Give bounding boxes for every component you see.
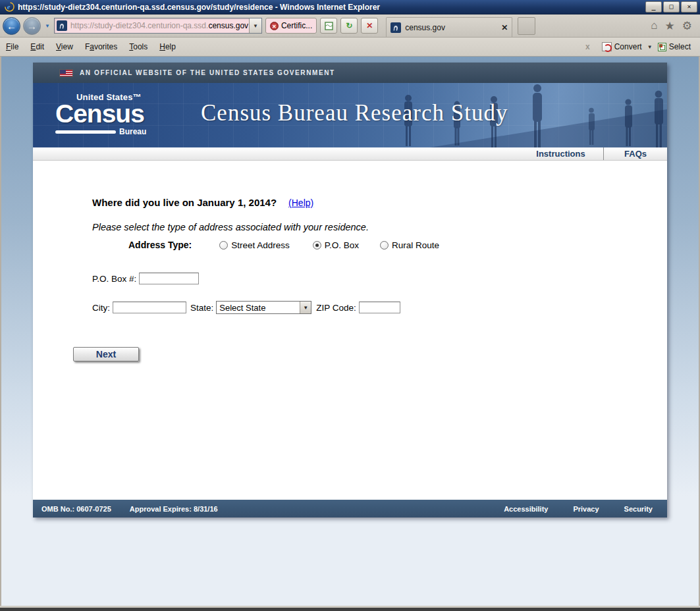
- new-tab-button[interactable]: [518, 17, 535, 35]
- next-button[interactable]: Next: [73, 347, 139, 361]
- street-address-label[interactable]: Street Address: [231, 240, 290, 250]
- menu-view[interactable]: View: [50, 40, 79, 54]
- omb-number: OMB No.: 0607-0725: [41, 505, 111, 513]
- window-bottom-frame: [0, 606, 700, 611]
- logo-underline-bar: [55, 130, 116, 134]
- question-text: Where did you live on January 1, 2014?: [92, 197, 277, 208]
- certificate-shield-icon: ✕: [270, 22, 279, 30]
- recent-pages-dropdown-icon[interactable]: ▼: [45, 23, 50, 29]
- favorites-star-icon[interactable]: ★: [665, 19, 675, 33]
- stop-button[interactable]: ✕: [361, 18, 378, 34]
- state-select[interactable]: Select State ▼: [216, 301, 311, 314]
- settings-gear-icon[interactable]: ⚙: [682, 19, 692, 33]
- logo-bureau: Bureau: [119, 127, 146, 136]
- browser-navbar: ← → ▼ https://study-dietz304.centurion-q…: [0, 14, 700, 38]
- menu-bar: File Edit View Favorites Tools Help x Co…: [0, 38, 700, 57]
- po-box-field-row: P.O. Box #:: [92, 273, 199, 284]
- convert-icon: [602, 42, 612, 51]
- refresh-button[interactable]: ↻: [340, 18, 358, 34]
- accessibility-link[interactable]: Accessibility: [504, 505, 548, 513]
- po-box-radio[interactable]: [313, 241, 321, 250]
- page-footer: OMB No.: 0607-0725 Approval Expires: 8/3…: [33, 500, 667, 518]
- certificate-error-button[interactable]: ✕ Certific...: [265, 18, 317, 34]
- convert-dropdown-icon[interactable]: ▼: [647, 44, 653, 50]
- forward-button[interactable]: →: [23, 17, 41, 35]
- site-favicon-icon: [57, 20, 67, 31]
- url-domain: census.gov: [208, 21, 248, 30]
- city-state-zip-row: City: State: Select State ▼ ZIP Code:: [92, 301, 400, 314]
- content-card: AN OFFICIAL WEBSITE OF THE UNITED STATES…: [33, 63, 667, 518]
- zip-code-label: ZIP Code:: [316, 303, 356, 313]
- minimize-button[interactable]: _: [645, 1, 662, 13]
- address-bar[interactable]: https://study-dietz304.centurion-qa.ssd.…: [54, 18, 262, 34]
- tab-title: census.gov: [405, 23, 497, 32]
- menu-tools[interactable]: Tools: [123, 40, 153, 54]
- security-link[interactable]: Security: [624, 505, 653, 513]
- browser-tab[interactable]: census.gov ✕: [386, 17, 512, 37]
- ie-logo-icon: e: [4, 2, 14, 13]
- window-title: https://study-dietz304.centurion-qa.ssd.…: [18, 3, 645, 12]
- official-gov-banner: AN OFFICIAL WEBSITE OF THE UNITED STATES…: [33, 63, 667, 83]
- form-area: Where did you live on January 1, 2014? (…: [33, 161, 667, 500]
- radio-option-street-address[interactable]: Street Address: [219, 240, 290, 250]
- pdf-select-button[interactable]: Select: [658, 42, 691, 51]
- back-button[interactable]: ←: [3, 17, 20, 35]
- menu-help[interactable]: Help: [153, 40, 182, 54]
- pdf-convert-button[interactable]: Convert: [602, 42, 642, 51]
- page-title: Census Bureau Research Study: [201, 100, 508, 126]
- logo-census: Census: [55, 102, 154, 126]
- subnav-bar: Instructions FAQs: [33, 147, 667, 161]
- rural-route-label[interactable]: Rural Route: [392, 240, 439, 250]
- address-type-label: Address Type:: [128, 240, 192, 250]
- close-button[interactable]: ✕: [681, 1, 697, 13]
- page-viewport: AN OFFICIAL WEBSITE OF THE UNITED STATES…: [0, 57, 700, 606]
- tab-close-icon[interactable]: ✕: [501, 23, 508, 32]
- window-titlebar[interactable]: e https://study-dietz304.centurion-qa.ss…: [0, 0, 700, 14]
- state-label: State:: [190, 303, 213, 313]
- po-box-label[interactable]: P.O. Box: [325, 240, 359, 250]
- city-input[interactable]: [113, 302, 186, 313]
- toolbar-close-icon[interactable]: x: [585, 42, 590, 51]
- zip-code-input[interactable]: [359, 302, 400, 313]
- us-flag-icon: [59, 69, 73, 77]
- help-link[interactable]: (Help): [288, 198, 313, 208]
- privacy-link[interactable]: Privacy: [573, 505, 599, 513]
- city-label: City:: [92, 303, 110, 313]
- home-icon[interactable]: ⌂: [651, 19, 657, 32]
- faqs-link[interactable]: FAQs: [604, 147, 667, 160]
- tab-favicon-icon: [390, 22, 401, 33]
- approval-expires: Approval Expires: 8/31/16: [130, 505, 218, 513]
- maximize-button[interactable]: □: [663, 1, 680, 13]
- state-select-dropdown-icon[interactable]: ▼: [300, 302, 311, 313]
- po-box-number-input[interactable]: [139, 273, 199, 284]
- question-subtitle: Please select the type of address associ…: [92, 222, 369, 232]
- compatibility-view-button[interactable]: [320, 18, 337, 34]
- gov-banner-text: AN OFFICIAL WEBSITE OF THE UNITED STATES…: [80, 69, 335, 76]
- census-bureau-logo: United States™ Census Bureau: [55, 92, 154, 136]
- street-address-radio[interactable]: [219, 241, 228, 250]
- svg-text:e: e: [7, 3, 10, 11]
- menu-file[interactable]: File: [0, 40, 24, 54]
- url-prefix: https://study-dietz304.centurion-qa.ssd.: [70, 21, 208, 30]
- radio-option-po-box[interactable]: P.O. Box: [313, 240, 359, 250]
- rural-route-radio[interactable]: [380, 241, 389, 250]
- instructions-link[interactable]: Instructions: [518, 147, 604, 160]
- address-type-row: Address Type: Street Address P.O. Box Ru…: [128, 240, 439, 250]
- url-text[interactable]: https://study-dietz304.centurion-qa.ssd.…: [70, 21, 249, 30]
- menu-favorites[interactable]: Favorites: [79, 40, 123, 54]
- select-icon: [658, 43, 666, 51]
- census-header: United States™ Census Bureau Census Bure…: [33, 83, 667, 147]
- radio-option-rural-route[interactable]: Rural Route: [380, 240, 439, 250]
- certificate-error-label: Certific...: [281, 21, 312, 30]
- address-dropdown-button[interactable]: ▼: [249, 18, 261, 33]
- state-select-value: Select State: [217, 302, 300, 313]
- menu-edit[interactable]: Edit: [24, 40, 50, 54]
- po-box-number-label: P.O. Box #:: [92, 274, 136, 284]
